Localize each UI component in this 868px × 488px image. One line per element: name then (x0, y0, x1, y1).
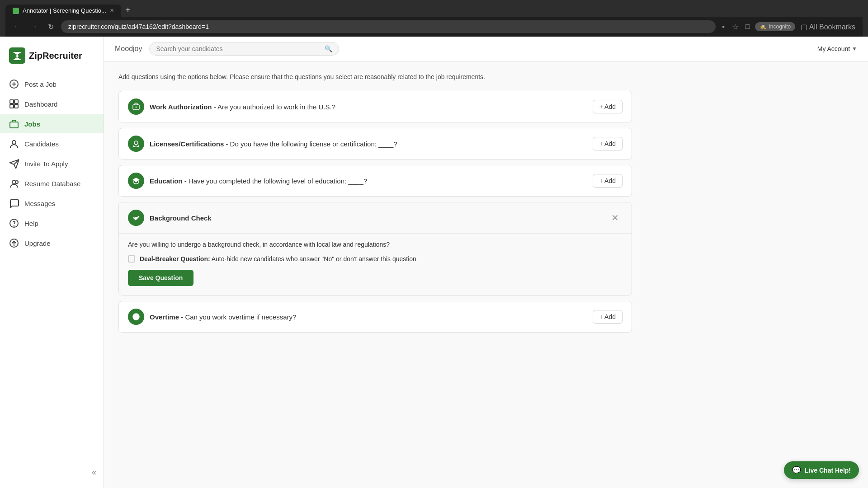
svg-point-20 (134, 141, 138, 145)
deal-breaker-label: Deal-Breaker Question: Auto-hide new can… (140, 255, 416, 263)
cast-icon: ▪ (720, 21, 726, 33)
remove-background-check-button[interactable]: ✕ (608, 211, 623, 225)
candidates-icon (9, 139, 19, 149)
sidebar-item-resume-database[interactable]: Resume Database (0, 174, 104, 193)
question-header-licenses: Licenses/Certifications - Do you have th… (119, 128, 632, 159)
sidebar-item-post-a-job[interactable]: Post a Job (0, 75, 104, 94)
svg-rect-5 (14, 100, 18, 103)
svg-point-19 (136, 107, 137, 108)
licenses-icon (128, 136, 144, 152)
deal-breaker-checkbox[interactable] (128, 255, 135, 263)
sidebar-label-resume-database: Resume Database (24, 180, 80, 188)
add-education-button[interactable]: + Add (593, 174, 623, 188)
question-card-work-auth: Work Authorization - Are you authorized … (118, 91, 632, 122)
save-question-button[interactable]: Save Question (128, 270, 193, 286)
sidebar-item-help[interactable]: Help (0, 214, 104, 233)
svg-rect-4 (10, 100, 14, 103)
forward-button[interactable]: → (28, 21, 41, 33)
resume-database-icon (9, 178, 19, 188)
question-title-education: Education - Have you completed the follo… (150, 177, 587, 185)
svg-rect-6 (10, 104, 14, 108)
jobs-icon (9, 119, 19, 129)
background-check-question-text: Are you willing to undergo a background … (119, 234, 632, 255)
sidebar-item-jobs[interactable]: Jobs (0, 114, 104, 133)
add-work-auth-button[interactable]: + Add (593, 100, 623, 113)
reload-button[interactable]: ↻ (45, 21, 57, 33)
add-licenses-button[interactable]: + Add (593, 137, 623, 150)
overtime-icon (128, 309, 144, 325)
bookmarks-icon[interactable]: ▢ All Bookmarks (799, 21, 857, 33)
active-tab[interactable]: Annotator | Screening Questio... ✕ (5, 5, 121, 17)
invite-to-apply-icon (9, 159, 19, 169)
background-check-icon (128, 210, 144, 226)
chevron-down-icon: ▼ (852, 46, 857, 52)
sidebar-label-help: Help (24, 220, 38, 227)
sidebar-nav: Post a Job Dashboard Jobs Candidates (0, 75, 104, 464)
tab-favicon (13, 8, 19, 14)
question-header-background-check: Background Check ✕ (119, 202, 632, 233)
logo: ZipRecruiter (0, 44, 104, 75)
search-bar[interactable]: 🔍 (149, 42, 339, 56)
question-title-licenses: Licenses/Certifications - Do you have th… (150, 140, 587, 148)
header: Moodjoy 🔍 My Account ▼ (104, 37, 868, 61)
address-bar[interactable] (61, 20, 716, 33)
sidebar-label-messages: Messages (24, 200, 55, 207)
sidebar-label-dashboard: Dashboard (24, 100, 57, 108)
question-header-education: Education - Have you completed the follo… (119, 165, 632, 196)
bookmark-icon[interactable]: ☆ (730, 21, 740, 33)
sidebar-collapse: « (0, 464, 104, 481)
svg-rect-8 (10, 122, 18, 128)
sidebar-item-dashboard[interactable]: Dashboard (0, 94, 104, 113)
incognito-badge: 🕵 Incognito (755, 22, 795, 31)
sidebar-label-jobs: Jobs (24, 120, 40, 128)
svg-point-9 (12, 141, 16, 144)
tab-close-btn[interactable]: ✕ (110, 8, 114, 14)
company-name: Moodjoy (115, 45, 142, 53)
messages-icon (9, 198, 19, 208)
sidebar-item-upgrade[interactable]: Upgrade (0, 234, 104, 253)
sidebar-label-post-a-job: Post a Job (24, 80, 57, 88)
sidebar-item-invite-to-apply[interactable]: Invite To Apply (0, 154, 104, 173)
question-header-overtime: Overtime - Can you work overtime if nece… (119, 301, 632, 332)
question-card-overtime: Overtime - Can you work overtime if nece… (118, 301, 632, 333)
sidebar: ZipRecruiter Post a Job Dashboard Jobs (0, 37, 104, 488)
question-card-licenses: Licenses/Certifications - Do you have th… (118, 128, 632, 160)
work-auth-icon (128, 99, 144, 115)
question-card-background-check: Background Check ✕ Are you willing to un… (118, 202, 632, 296)
sidebar-item-candidates[interactable]: Candidates (0, 134, 104, 153)
svg-point-15 (14, 226, 14, 226)
upgrade-icon (9, 238, 19, 248)
question-title-background-check: Background Check (150, 214, 602, 222)
post-a-job-icon (9, 79, 19, 89)
sidebar-label-candidates: Candidates (24, 140, 59, 148)
extension-icon[interactable]: □ (744, 21, 752, 33)
search-icon: 🔍 (325, 45, 332, 52)
help-icon (9, 218, 19, 228)
question-title-work-auth: Work Authorization - Are you authorized … (150, 103, 587, 111)
question-title-overtime: Overtime - Can you work overtime if nece… (150, 313, 587, 321)
back-button[interactable]: ← (11, 21, 24, 33)
sidebar-item-messages[interactable]: Messages (0, 194, 104, 213)
live-chat-label: Live Chat Help! (805, 467, 851, 474)
instructions-text: Add questions using the options below. P… (118, 72, 632, 82)
question-card-education: Education - Have you completed the follo… (118, 165, 632, 197)
incognito-icon: 🕵 (760, 23, 766, 30)
sidebar-label-invite-to-apply: Invite To Apply (24, 160, 68, 168)
collapse-sidebar-button[interactable]: « (92, 468, 96, 477)
new-tab-button[interactable]: + (122, 4, 134, 17)
tab-title: Annotator | Screening Questio... (23, 7, 106, 14)
live-chat-button[interactable]: 💬 Live Chat Help! (784, 461, 859, 479)
main-content: Add questions using the options below. P… (104, 61, 868, 488)
chat-bubble-icon: 💬 (792, 466, 801, 474)
question-header-work-auth: Work Authorization - Are you authorized … (119, 91, 632, 122)
search-input[interactable] (156, 45, 321, 52)
my-account-menu[interactable]: My Account ▼ (817, 45, 857, 52)
logo-icon (9, 47, 25, 64)
add-overtime-button[interactable]: + Add (593, 310, 623, 324)
education-icon (128, 173, 144, 189)
logo-text: ZipRecruiter (29, 51, 82, 61)
svg-rect-7 (14, 104, 18, 108)
svg-point-13 (15, 181, 18, 183)
sidebar-label-upgrade: Upgrade (24, 239, 51, 247)
my-account-label: My Account (817, 45, 850, 52)
